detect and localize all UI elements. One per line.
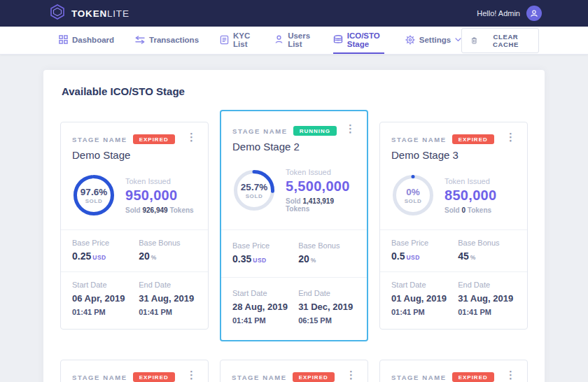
- status-badge: EXPIRED: [452, 134, 494, 144]
- price-section: Base Price 0.5USD Base Bonus 45%: [380, 229, 527, 271]
- more-options-icon[interactable]: ⋮: [505, 370, 516, 380]
- nav-items: Dashboard Transactions KYC List Users Li…: [59, 27, 461, 54]
- sold-percent: 25.7%: [241, 182, 267, 192]
- sold-caption: SOLD: [246, 193, 263, 199]
- card-header: STAGE NAMEEXPIRED Demo Stage 6 ⋮: [380, 360, 527, 382]
- user-menu[interactable]: Hello! Admin: [477, 6, 542, 21]
- sold-amount: 1,413,919: [302, 197, 334, 205]
- status-badge: EXPIRED: [293, 372, 335, 382]
- dates-section: Start Date 28 Aug, 2019 01:41 PM End Dat…: [221, 277, 367, 340]
- card-header: STAGE NAMERUNNING Demo Stage 2 ⋮: [221, 111, 367, 161]
- sold-tokens-line: Sold 1,413,919 Tokens: [286, 197, 356, 213]
- nav-item-dashboard[interactable]: Dashboard: [59, 27, 114, 54]
- stage-title: Demo Stage: [72, 149, 175, 161]
- transfer-arrows-icon: [135, 36, 145, 44]
- stage-card: STAGE NAMEEXPIRED Demo Stage 6 ⋮ 0% SOLD…: [379, 360, 528, 382]
- token-issued-label: Token Issued: [444, 177, 496, 185]
- stage-card: STAGE NAMEEXPIRED Demo Stage ⋮ 97.6% SOL…: [60, 122, 209, 330]
- sold-percent: 0%: [406, 187, 420, 197]
- status-badge: RUNNING: [293, 126, 337, 136]
- nav-item-settings[interactable]: Settings: [405, 27, 461, 54]
- base-bonus-label: Base Bonus: [298, 241, 356, 250]
- stage-name-label: STAGE NAME: [232, 374, 287, 381]
- card-header: STAGE NAMEEXPIRED Demo Stage ⋮: [61, 122, 208, 168]
- stage-card: STAGE NAMEEXPIRED Demo Stage 5 ⋮ 0% SOLD…: [220, 360, 368, 382]
- stage-title: Demo Stage 2: [232, 141, 337, 153]
- stage-name-label: STAGE NAME: [72, 136, 127, 143]
- user-icon: [530, 9, 538, 17]
- token-issued-value: 5,500,000: [286, 178, 356, 194]
- nav-item-ico-sto-stage[interactable]: ICO/STO Stage: [333, 27, 384, 54]
- stage-name-label: STAGE NAME: [72, 374, 127, 381]
- start-date-label: Start Date: [391, 281, 458, 289]
- base-price-label: Base Price: [72, 239, 139, 247]
- nav-item-users-list[interactable]: Users List: [274, 27, 312, 54]
- percent-unit: %: [470, 254, 476, 261]
- dates-section: Start Date 01 Aug, 2019 01:41 PM End Dat…: [380, 271, 527, 329]
- greeting-text: Hello! Admin: [477, 9, 520, 17]
- more-options-icon[interactable]: ⋮: [186, 370, 197, 380]
- percent-unit: %: [151, 254, 157, 261]
- status-badge: EXPIRED: [452, 372, 494, 382]
- sold-tokens-line: Sold 0 Tokens: [444, 206, 496, 214]
- stage-name-label: STAGE NAME: [232, 127, 288, 135]
- database-icon: [333, 35, 343, 44]
- avatar[interactable]: [526, 6, 542, 21]
- page-title: Available ICO/STO Stage: [62, 85, 528, 97]
- sold-tokens-line: Sold 926,949 Tokens: [125, 206, 194, 214]
- currency-unit: USD: [92, 254, 106, 261]
- end-date-label: End Date: [139, 281, 197, 289]
- person-icon: [274, 35, 284, 44]
- stage-name-label: STAGE NAME: [391, 136, 447, 143]
- sold-percent: 97.6%: [80, 187, 107, 197]
- more-options-icon[interactable]: ⋮: [346, 370, 356, 380]
- base-bonus-value: 20%: [139, 250, 197, 262]
- clear-cache-button[interactable]: CLEAR CACHE: [461, 28, 539, 53]
- base-price-value: 0.35USD: [232, 253, 298, 264]
- chevron-down-icon: [455, 38, 461, 42]
- top-bar: TOKENLITE Hello! Admin: [0, 0, 588, 27]
- gear-icon: [405, 35, 415, 45]
- start-date-label: Start Date: [72, 281, 139, 289]
- stage-name-label: STAGE NAME: [391, 374, 447, 381]
- token-issued-label: Token Issued: [286, 168, 356, 176]
- base-bonus-label: Base Bonus: [139, 239, 197, 247]
- token-issued-label: Token Issued: [125, 177, 194, 185]
- sold-progress-ring: 97.6% SOLD: [72, 174, 115, 217]
- end-date-value: 31 Aug, 2019 01:41 PM: [139, 292, 197, 319]
- more-options-icon[interactable]: ⋮: [505, 132, 516, 142]
- more-options-icon[interactable]: ⋮: [186, 132, 197, 142]
- end-date-value: 31 Aug, 2019 01:41 PM: [458, 292, 516, 319]
- progress-section: 97.6% SOLD Token Issued 950,000 Sold 926…: [61, 168, 208, 229]
- price-section: Base Price 0.35USD Base Bonus 20%: [221, 229, 367, 277]
- sold-amount: 926,949: [142, 206, 167, 214]
- progress-section: 0% SOLD Token Issued 850,000 Sold 0 Toke…: [380, 168, 527, 229]
- brand[interactable]: TOKENLITE: [49, 3, 130, 23]
- base-price-label: Base Price: [232, 241, 298, 250]
- base-bonus-value: 45%: [458, 250, 516, 262]
- content-area: Available ICO/STO Stage STAGE NAMEEXPIRE…: [0, 55, 588, 382]
- sold-caption: SOLD: [85, 198, 103, 204]
- more-options-icon[interactable]: ⋮: [345, 124, 356, 134]
- status-badge: EXPIRED: [133, 134, 175, 144]
- sold-caption: SOLD: [405, 198, 422, 204]
- nav-item-kyc-list[interactable]: KYC List: [220, 27, 253, 54]
- start-date-value: 06 Apr, 2019 01:41 PM: [72, 292, 139, 319]
- card-header: STAGE NAMEEXPIRED Demo Stage 5 ⋮: [220, 360, 368, 382]
- start-date-label: Start Date: [232, 289, 298, 297]
- base-bonus-value: 20%: [298, 253, 356, 264]
- end-date-label: End Date: [458, 281, 516, 289]
- nav-item-transactions[interactable]: Transactions: [135, 27, 199, 54]
- card-header: STAGE NAMEEXPIRED Demo Stage 4 ⋮: [61, 360, 208, 382]
- percent-unit: %: [311, 257, 316, 264]
- price-section: Base Price 0.25USD Base Bonus 20%: [61, 229, 208, 271]
- dates-section: Start Date 06 Apr, 2019 01:41 PM End Dat…: [61, 271, 208, 329]
- progress-section: 25.7% SOLD Token Issued 5,500,000 Sold 1…: [221, 161, 367, 229]
- card-header: STAGE NAMEEXPIRED Demo Stage 3 ⋮: [380, 122, 527, 168]
- grid-icon: [59, 35, 68, 44]
- brand-name: TOKENLITE: [71, 8, 130, 19]
- start-date-value: 01 Aug, 2019 01:41 PM: [391, 292, 458, 319]
- currency-unit: USD: [253, 257, 266, 264]
- tokenlite-logo-icon: [49, 3, 66, 23]
- status-badge: EXPIRED: [133, 372, 175, 382]
